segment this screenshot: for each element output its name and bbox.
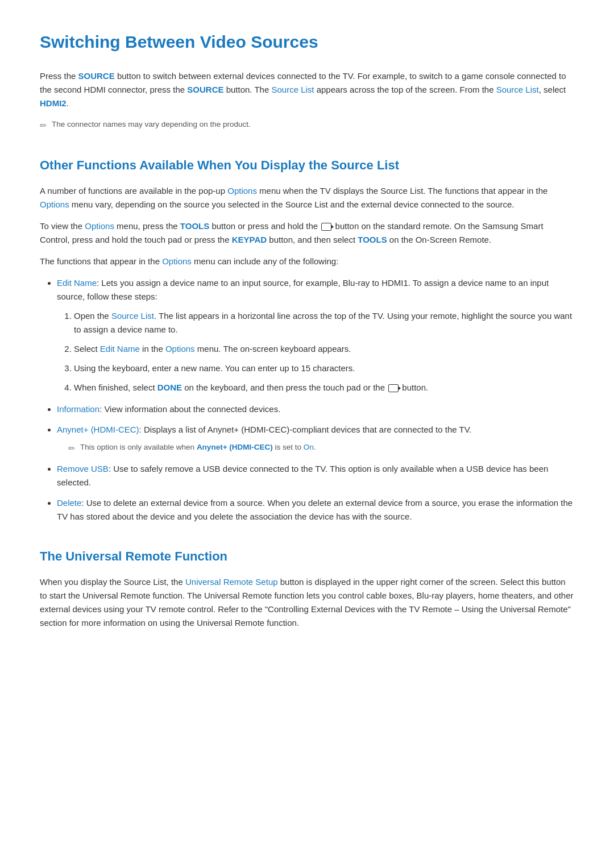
note-1-text: The connector names may vary depending o…: [52, 118, 251, 131]
list-item-remove-usb: Remove USB: Use to safely remove a USB d…: [57, 462, 574, 489]
options-keyword-2: Options: [40, 200, 69, 209]
info-text: : View information about the connected d…: [99, 404, 280, 414]
anynet-note-keyword: Anynet+ (HDMI-CEC): [197, 443, 273, 451]
source-keyword-1: SOURCE: [78, 71, 115, 81]
options-keyword-1: Options: [227, 186, 257, 196]
hdmi2-keyword: HDMI2: [40, 98, 67, 108]
edit-name-label: Edit Name: [57, 278, 97, 288]
list-item-anynet: Anynet+ (HDMI-CEC): Displays a list of A…: [57, 423, 574, 455]
list-item-edit-name: Edit Name: Lets you assign a device name…: [57, 276, 574, 394]
delete-label: Delete: [57, 498, 81, 508]
step-2: Select Edit Name in the Options menu. Th…: [74, 342, 574, 356]
step-1: Open the Source List. The list appears i…: [74, 309, 574, 337]
section2-paragraph-2: To view the Options menu, press the TOOL…: [40, 219, 574, 247]
step1-source-list: Source List: [111, 311, 154, 321]
remote-button-icon-1: [321, 223, 331, 231]
tools-keyword-2: TOOLS: [358, 235, 387, 244]
list-item-information: Information: View information about the …: [57, 402, 574, 416]
functions-list: Edit Name: Lets you assign a device name…: [57, 276, 574, 524]
step4-done: DONE: [157, 383, 182, 392]
keypad-keyword: KEYPAD: [232, 235, 267, 244]
intro-paragraph: Press the SOURCE button to switch betwee…: [40, 69, 574, 110]
step2-edit-name: Edit Name: [100, 344, 140, 354]
remove-usb-text: : Use to safely remove a USB device conn…: [57, 464, 548, 487]
universal-remote-setup-keyword: Universal Remote Setup: [185, 577, 278, 587]
anynet-note: ✏ This option is only available when Any…: [68, 441, 574, 455]
section2-paragraph-1: A number of functions are available in t…: [40, 184, 574, 211]
tools-keyword-1: TOOLS: [180, 221, 209, 231]
section2-paragraph-3: The functions that appear in the Options…: [40, 255, 574, 268]
anynet-text: : Displays a list of Anynet+ (HDMI-CEC)-…: [139, 425, 472, 434]
section3-title: The Universal Remote Function: [40, 546, 574, 566]
list-item-delete: Delete: Use to delete an external device…: [57, 496, 574, 524]
options-keyword-4: Options: [162, 256, 192, 266]
remote-button-icon-2: [388, 384, 399, 392]
step-3: Using the keyboard, enter a new name. Yo…: [74, 362, 574, 375]
step2-options: Options: [165, 344, 195, 354]
step-4: When finished, select DONE on the keyboa…: [74, 381, 574, 394]
note-1: ✏ The connector names may vary depending…: [40, 118, 574, 132]
remove-usb-label: Remove USB: [57, 464, 109, 474]
info-label: Information: [57, 404, 99, 414]
anynet-label: Anynet+ (HDMI-CEC): [57, 425, 139, 434]
source-list-keyword-1: Source List: [271, 85, 314, 94]
pencil-icon-1: ✏: [40, 119, 47, 132]
edit-name-text: : Lets you assign a device name to an in…: [57, 278, 549, 301]
section3-paragraph-1: When you display the Source List, the Un…: [40, 575, 574, 630]
section2-title: Other Functions Available When You Displ…: [40, 155, 574, 175]
source-list-keyword-2: Source List: [496, 85, 539, 94]
on-keyword: On: [304, 443, 314, 451]
options-keyword-3: Options: [85, 221, 114, 231]
edit-name-steps: Open the Source List. The list appears i…: [74, 309, 574, 394]
page-title: Switching Between Video Sources: [40, 28, 574, 56]
anynet-note-text: This option is only available when Anyne…: [80, 441, 316, 454]
pencil-icon-2: ✏: [68, 442, 76, 455]
delete-text: : Use to delete an external device from …: [57, 498, 572, 521]
source-keyword-2: SOURCE: [187, 85, 223, 94]
